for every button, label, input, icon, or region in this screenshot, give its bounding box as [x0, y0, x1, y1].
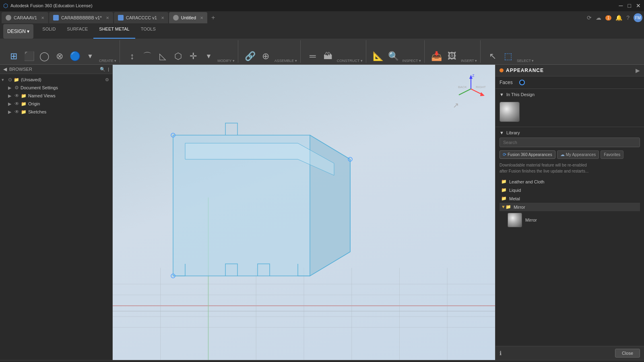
browser-collapse-icon[interactable]: ◀ — [3, 66, 7, 72]
construct-btn2[interactable]: 🏔 — [321, 50, 335, 63]
combine-button[interactable]: ⊗ — [52, 50, 67, 63]
select-btn1[interactable]: ↖ — [485, 50, 500, 63]
toolbar-tab-solid[interactable]: SOLID — [37, 24, 61, 39]
tab-close-4[interactable]: ✕ — [200, 16, 203, 20]
assemble-btn2[interactable]: ⊕ — [258, 50, 273, 63]
modify-label: MODIFY ▾ — [217, 58, 234, 63]
inspect-btn1[interactable]: 📐 — [371, 50, 386, 63]
assemble-btn1[interactable]: 🔗 — [243, 50, 258, 63]
press-pull-icon: ↕ — [126, 51, 138, 62]
browser-options-icon[interactable]: | — [108, 67, 109, 72]
select-icon1: ↖ — [487, 51, 498, 62]
tree-item-sketches[interactable]: ▶ 👁 📁 Sketches — [0, 108, 112, 116]
modify-more-icon: ▼ — [203, 51, 214, 62]
tab-close-3[interactable]: ✕ — [161, 16, 164, 20]
browser-search-icon[interactable]: 🔍 — [100, 67, 105, 72]
close-button[interactable]: ✕ — [636, 2, 641, 9]
construct-group: ═ 🏔 CONSTRUCT ▾ — [302, 40, 366, 63]
revolve-button[interactable]: ◯ — [37, 50, 52, 63]
tree-settings-root[interactable]: ⚙ — [105, 77, 109, 82]
tab-alert-icon[interactable]: 🔔 — [615, 14, 622, 21]
appearance-panel-expand-icon[interactable]: ▶ — [636, 67, 640, 74]
fillet-icon: ⌒ — [142, 51, 153, 62]
library-label: Library — [506, 130, 520, 135]
source-tab-myappearances[interactable]: ☁ My Appearances — [557, 150, 599, 159]
tree-gear-icon: ⚙ — [14, 85, 19, 90]
tab-untitled[interactable]: Untitled ✕ — [169, 12, 207, 23]
tab-carabbb[interactable]: CARABBBBBBB v1* ✕ — [49, 12, 113, 23]
source-tab-favorites[interactable]: Favorites — [601, 150, 623, 159]
mat-category-liquid[interactable]: 📁 Liquid — [500, 186, 640, 194]
construct-icon1: ═ — [307, 51, 318, 62]
create-more-button[interactable]: ▼ — [83, 50, 97, 63]
shell-button[interactable]: ⬡ — [171, 50, 185, 63]
ap-info-button[interactable]: ℹ — [500, 350, 502, 356]
design-dropdown-button[interactable]: DESIGN ▾ — [3, 24, 33, 39]
mat-category-metal[interactable]: 📁 Metal — [500, 194, 640, 203]
tree-item-named-views[interactable]: ▶ 👁 📁 Named Views — [0, 92, 112, 100]
tree-label-doc-settings: Document Settings — [21, 85, 109, 90]
tab-refresh-icon[interactable]: ⟳ — [587, 14, 592, 21]
appearance-search-input[interactable] — [500, 138, 640, 147]
toolbar-tab-tools[interactable]: TOOLS — [135, 24, 161, 39]
mat-category-leather[interactable]: 📁 Leather and Cloth — [500, 177, 640, 186]
tab-help-icon[interactable]: ? — [626, 14, 630, 21]
tree-item-doc-settings[interactable]: ▶ ⚙ Document Settings — [0, 84, 112, 92]
tab-close-1[interactable]: ✕ — [41, 16, 44, 20]
shell-icon: ⬡ — [172, 51, 184, 62]
chamfer-button[interactable]: ◺ — [155, 50, 170, 63]
tab-add-button[interactable]: + — [208, 14, 218, 21]
move-button[interactable]: ✛ — [186, 50, 200, 63]
tab-caraaav1[interactable]: CARAAAV1 ✕ — [2, 12, 48, 23]
tab-notification-badge[interactable]: 1 — [605, 15, 612, 21]
tab-caracccc[interactable]: CARACCCC v1 ✕ — [114, 12, 168, 23]
select-label: SELECT ▾ — [517, 58, 534, 63]
extrude-icon: ⬛ — [23, 51, 35, 62]
mat-item-mirror[interactable]: Mirror — [500, 211, 640, 229]
toolbar-tab-surface[interactable]: SURFACE — [61, 24, 93, 39]
press-pull-button[interactable]: ↕ — [125, 50, 139, 63]
construct-btn1[interactable]: ═ — [305, 50, 320, 63]
faces-label: Faces — [500, 80, 513, 85]
insert-btn2[interactable]: 🖼 — [445, 50, 459, 63]
new-component-icon: ⊞ — [8, 51, 19, 62]
tree-item-origin[interactable]: ▶ 👁 📁 Origin — [0, 100, 112, 108]
tree-eye-icon-sketches: 👁 — [14, 109, 19, 115]
folder-icon-mirror: ▼📁 — [501, 204, 511, 210]
folder-icon-metal: 📁 — [501, 196, 507, 201]
mat-category-metal-label: Metal — [509, 196, 520, 201]
source-tab-fusion360[interactable]: ⟳ Fusion 360 Appearances — [500, 150, 555, 159]
minimize-button[interactable]: ─ — [619, 2, 623, 9]
tree-label-named-views: Named Views — [28, 93, 109, 98]
tree-folder-origin: 📁 — [21, 101, 27, 107]
faces-radio[interactable] — [519, 80, 525, 85]
tree-item-root[interactable]: ▾ ⊙ 📁 (Unsaved) ⚙ — [0, 76, 112, 84]
viewport[interactable]: Z RIGHT BACK ↗ — [113, 65, 495, 360]
appearance-close-button[interactable]: Close — [615, 349, 640, 358]
sphere-button[interactable]: 🔵 — [68, 50, 82, 63]
fillet-button[interactable]: ⌒ — [140, 50, 155, 63]
create-new-component-button[interactable]: ⊞ — [6, 50, 21, 63]
insert-btn1[interactable]: 📥 — [429, 50, 444, 63]
mat-category-mirror[interactable]: ▼📁 Mirror — [500, 203, 640, 211]
tab-cloud-icon[interactable]: ☁ — [596, 14, 601, 21]
in-design-material-thumb[interactable] — [500, 102, 520, 122]
titlebar-left: ⬡ Autodesk Fusion 360 (Education License… — [3, 2, 93, 9]
in-design-header[interactable]: ▼ In This Design — [500, 92, 640, 97]
library-header[interactable]: ▼ Library — [500, 130, 640, 135]
maximize-button[interactable]: □ — [628, 2, 631, 9]
extrude-button[interactable]: ⬛ — [22, 50, 36, 63]
tab-close-2[interactable]: ✕ — [106, 16, 109, 20]
tree-arrow-root: ▾ — [2, 77, 6, 82]
toolbar-tab-sheetmetal[interactable]: SHEET METAL — [93, 24, 135, 39]
modify-more-button[interactable]: ▼ — [201, 50, 216, 63]
insert-icon1: 📥 — [431, 51, 442, 62]
svg-line-26 — [459, 89, 471, 95]
select-btn2[interactable]: ⬚ — [501, 50, 515, 63]
download-note: Downloadable material feature will be re… — [500, 162, 640, 174]
tab-icon-4 — [173, 15, 179, 21]
tab-profile-icon[interactable]: FM — [634, 13, 642, 22]
inspect-label: INSPECT ▾ — [402, 58, 421, 63]
folder-icon-liquid: 📁 — [501, 187, 507, 193]
inspect-btn2[interactable]: 🔍 — [386, 50, 401, 63]
